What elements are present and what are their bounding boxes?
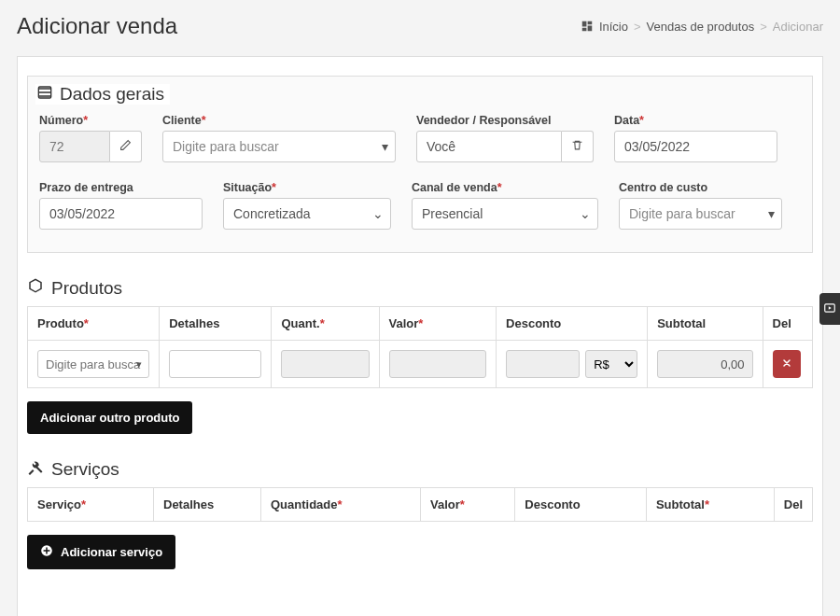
th-s-desconto: Desconto: [515, 488, 647, 522]
cc-label: Centro de custo: [619, 181, 782, 194]
section-general-title: Dados gerais: [35, 84, 170, 105]
products-table: Produto* Detalhes Quant.* Valor* Descont…: [27, 306, 813, 388]
edit-numero-button[interactable]: [110, 131, 142, 162]
produto-combobox[interactable]: [37, 350, 149, 378]
th-desconto: Desconto: [497, 307, 648, 341]
breadcrumb-sep: >: [634, 20, 641, 34]
services-table: Serviço* Detalhes Quantidade* Valor* Des…: [27, 487, 813, 522]
add-product-label: Adicionar outro produto: [40, 411, 179, 425]
numero-label: Número*: [39, 114, 142, 127]
prazo-label: Prazo de entrega: [39, 181, 203, 194]
cliente-label: Cliente*: [162, 114, 396, 127]
subtotal-value: 0,00: [657, 350, 752, 378]
breadcrumb: Início > Vendas de produtos > Adicionar: [581, 20, 823, 34]
situacao-label: Situação*: [223, 181, 391, 194]
section-products-label: Produtos: [51, 278, 122, 299]
desconto-unit-select[interactable]: R$: [585, 350, 637, 378]
close-icon: [781, 357, 792, 371]
th-detalhes: Detalhes: [160, 307, 272, 341]
section-products-title: Produtos: [27, 277, 813, 301]
th-valor: Valor: [389, 316, 419, 330]
breadcrumb-home[interactable]: Início: [599, 20, 628, 34]
section-services-label: Serviços: [51, 459, 119, 480]
th-s-valor: Valor: [430, 497, 460, 511]
page-title: Adicionar venda: [17, 13, 177, 39]
add-service-button[interactable]: Adicionar serviço: [27, 535, 175, 569]
prazo-input[interactable]: [39, 198, 203, 230]
th-s-del: Del: [774, 488, 812, 522]
play-square-icon: [823, 301, 836, 317]
quant-input: [281, 350, 369, 378]
th-s-detalhes: Detalhes: [154, 488, 261, 522]
dashboard-icon: [581, 20, 594, 33]
form-card: Dados gerais Número*: [17, 56, 823, 616]
vendedor-label: Vendedor / Responsável: [416, 114, 594, 127]
list-icon: [37, 84, 52, 105]
tools-icon: [27, 458, 44, 480]
cc-combobox[interactable]: [619, 198, 782, 230]
canal-label: Canal de venda*: [412, 181, 598, 194]
detalhes-input[interactable]: [169, 350, 261, 378]
clear-vendedor-button[interactable]: [562, 131, 594, 162]
pencil-icon: [119, 139, 132, 154]
add-service-label: Adicionar serviço: [61, 545, 162, 559]
cube-icon: [27, 277, 44, 299]
side-drawer-toggle[interactable]: [819, 293, 840, 325]
delete-row-button[interactable]: [773, 350, 801, 378]
th-servico: Serviço: [37, 497, 81, 511]
situacao-select[interactable]: [223, 198, 391, 230]
add-product-button[interactable]: Adicionar outro produto: [27, 401, 192, 434]
th-quantidade: Quantidade: [271, 497, 338, 511]
th-produto: Produto: [37, 316, 84, 330]
trash-icon: [571, 139, 583, 154]
th-del: Del: [763, 307, 812, 341]
section-services-title: Serviços: [27, 458, 813, 482]
breadcrumb-current: Adicionar: [773, 20, 823, 34]
data-input[interactable]: [614, 131, 777, 162]
desconto-input: [506, 350, 580, 378]
breadcrumb-sales[interactable]: Vendas de produtos: [647, 20, 755, 34]
canal-select[interactable]: [412, 198, 598, 230]
section-general-label: Dados gerais: [60, 84, 164, 105]
plus-circle-icon: [40, 544, 53, 560]
vendedor-input[interactable]: [416, 131, 562, 162]
cliente-combobox[interactable]: [162, 131, 396, 162]
th-subtotal: Subtotal: [648, 307, 763, 341]
numero-input: [39, 131, 110, 162]
th-s-subtotal: Subtotal: [656, 497, 705, 511]
th-quant: Quant.: [281, 316, 319, 330]
data-label: Data*: [614, 114, 777, 127]
valor-input: [389, 350, 487, 378]
breadcrumb-sep: >: [760, 20, 767, 34]
product-row: ▾ R$: [28, 341, 813, 388]
